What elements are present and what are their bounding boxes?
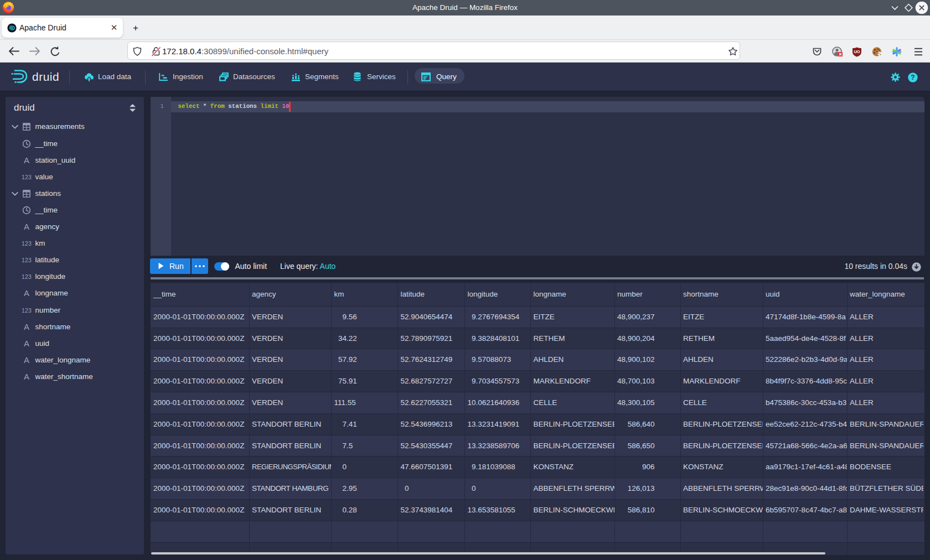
- svg-text:?: ?: [911, 74, 914, 81]
- svg-text:UO: UO: [854, 49, 860, 54]
